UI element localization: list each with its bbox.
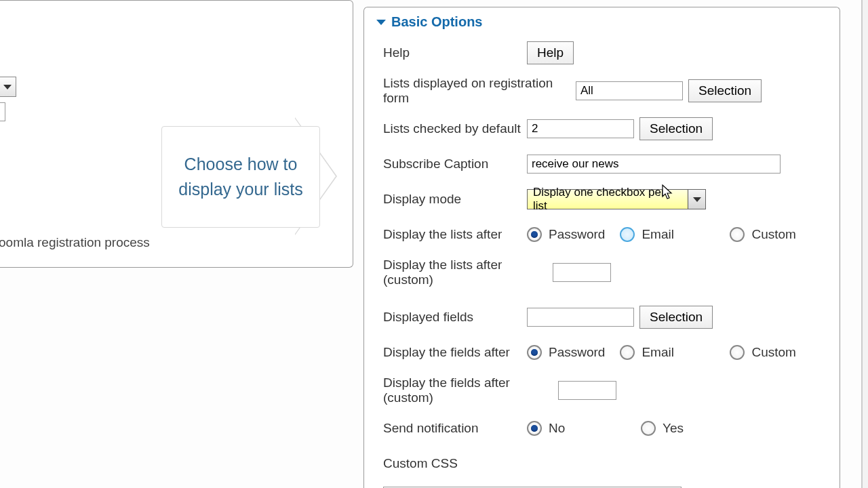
lists-after-email-label: Email [642, 227, 674, 242]
displayed-fields-input[interactable] [527, 308, 634, 327]
lists-checked-input[interactable] [527, 119, 634, 138]
callout-box: Choose how to display your lists [161, 126, 320, 228]
lists-after-custom-input-label: Display the lists after (custom) [383, 258, 553, 287]
lists-reg-selection-button[interactable]: Selection [688, 79, 762, 102]
lists-after-password-radio[interactable] [527, 227, 542, 242]
fields-after-custom-label: Custom [751, 345, 795, 360]
custom-css-label: Custom CSS [383, 456, 527, 471]
displayed-fields-label: Displayed fields [383, 310, 527, 325]
subscribe-caption-label: Subscribe Caption [383, 157, 527, 171]
subscribe-caption-input[interactable] [527, 155, 781, 174]
display-lists-after-label: Display the lists after [383, 227, 527, 242]
fields-after-custom-input-label: Display the fields after (custom) [383, 375, 558, 405]
lists-after-password-label: Password [549, 227, 605, 242]
lists-after-custom-radio[interactable] [730, 227, 745, 242]
lists-after-custom-input[interactable] [553, 263, 611, 282]
disclosure-triangle-icon [376, 20, 386, 25]
display-fields-after-label: Display the fields after [383, 345, 527, 360]
send-notification-label: Send notification [383, 421, 527, 436]
fields-after-email-label: Email [642, 345, 674, 360]
left-caption: oomla registration process [0, 235, 150, 250]
lists-after-custom-label: Custom [751, 227, 795, 242]
displayed-fields-selection-button[interactable]: Selection [639, 306, 713, 329]
notification-no-label: No [549, 421, 565, 436]
display-mode-label: Display mode [383, 192, 527, 207]
fields-after-password-radio[interactable] [527, 345, 542, 360]
fields-after-email-radio[interactable] [620, 345, 635, 360]
help-button[interactable]: Help [527, 41, 574, 64]
fields-after-custom-radio[interactable] [730, 345, 745, 360]
lists-after-email-radio[interactable] [620, 227, 635, 242]
chevron-down-icon [3, 85, 12, 89]
fields-after-password-label: Password [549, 345, 605, 360]
callout-line2: display your lists [178, 180, 302, 199]
select-arrow-button [688, 190, 705, 209]
notification-yes-label: Yes [663, 421, 684, 436]
left-text-input[interactable] [0, 102, 5, 121]
callout-line1: Choose how to [184, 155, 298, 174]
lists-reg-input[interactable] [576, 81, 683, 100]
help-label: Help [383, 45, 527, 60]
notification-yes-radio[interactable] [641, 421, 656, 436]
lists-reg-label: Lists displayed on registration form [383, 76, 576, 106]
fields-after-custom-input[interactable] [558, 381, 616, 400]
right-edge [861, 0, 868, 488]
notification-no-radio[interactable] [527, 421, 542, 436]
lists-checked-label: Lists checked by default [383, 121, 527, 136]
chevron-down-icon [693, 197, 701, 202]
display-mode-select[interactable]: Display one checkbox per list [527, 189, 706, 209]
left-dropdown[interactable] [0, 77, 16, 97]
panel-title: Basic Options [391, 14, 482, 30]
panel-header[interactable]: Basic Options [364, 7, 840, 34]
lists-checked-selection-button[interactable]: Selection [639, 117, 713, 140]
basic-options-panel: Basic Options Help Help Lists displayed … [363, 7, 840, 488]
display-mode-value: Display one checkbox per list [528, 190, 688, 209]
